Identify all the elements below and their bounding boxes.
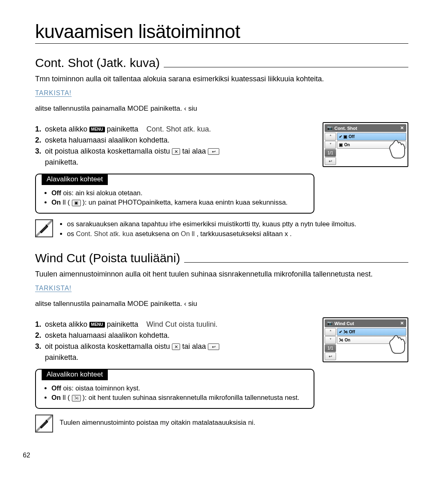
- step-1-b: painiketta: [107, 320, 138, 328]
- up-button[interactable]: ˄: [325, 328, 336, 336]
- ui-preview-wind-cut: 📷 Wind Cut ✕ ˄ ˅ 1/1 ↩ ✔ 🌬 Off 🌬 On: [323, 317, 408, 362]
- precheck-line: alitse tallennustila painamalla MODE pai…: [35, 299, 408, 309]
- section-rule: [164, 67, 408, 67]
- submenu-title: Alavalikon kohteet: [42, 174, 108, 185]
- section-wind-cut-intro: Tuulen aimennustoiminnon aulla oit hent …: [35, 269, 408, 279]
- ui-preview-cont-shot: 📷 Cont. Shot ✕ ˄ ˅ 1/1 ↩ ✔ ▣ Off ▣ On: [323, 122, 408, 167]
- check-label: TARKISTA!: [35, 285, 408, 292]
- step-1-a: osketa alikko: [45, 320, 89, 328]
- submenu-box: Alavalikon kohteet Off ois: ain ksi alok…: [35, 174, 314, 214]
- step-2: osketa haluamaasi alaalikon kohdetta.: [35, 330, 314, 341]
- step-3-c: painiketta.: [45, 353, 78, 361]
- camera-icon: 📷: [327, 125, 333, 131]
- mode-word: MODE: [127, 300, 149, 308]
- screen-title: Cont. Shot: [334, 126, 357, 131]
- hand-cursor-icon: [385, 136, 410, 161]
- off-text: ois: oistaa toiminnon kyst.: [61, 384, 140, 392]
- off-label: Off: [51, 189, 61, 196]
- close-icon: ✕: [400, 125, 404, 131]
- close-icon: ✕: [172, 343, 180, 350]
- page-indicator: 1/1: [325, 344, 336, 352]
- step-3: oit poistua alikosta koskettamalla oistu…: [35, 146, 314, 168]
- steps-list: osketa alikko MENU painiketta Cont. Shot…: [35, 124, 314, 168]
- down-button[interactable]: ˅: [325, 336, 336, 344]
- note-2-a: os: [67, 230, 76, 237]
- note-block: Tuulen aimennustoiminto poistaa my oitak…: [35, 415, 408, 433]
- section-cont-shot-intro: Tmn toiminnon aulla oit tallentaa alokui…: [35, 74, 408, 84]
- step-1: osketa alikko MENU painiketta Cont. Shot…: [35, 124, 314, 135]
- close-icon: ✕: [172, 148, 180, 155]
- off-label: Off: [51, 384, 61, 392]
- on-text-a: ll (: [61, 198, 72, 206]
- step-1-c: Wind Cut oista tuulini.: [147, 320, 218, 328]
- page-indicator: 1/1: [325, 149, 336, 157]
- step-3-a: oit poistua alikosta koskettamalla oistu: [45, 147, 172, 155]
- step-1-a: osketa alikko: [45, 125, 89, 133]
- off-option-label: Off: [349, 134, 354, 139]
- down-button[interactable]: ˅: [325, 141, 336, 149]
- camera-icon: 📷: [327, 321, 333, 326]
- steps-list: osketa alikko MENU painiketta Wind Cut o…: [35, 319, 314, 363]
- submenu-item-on: On ll ( ▣ ): un painat PHOTOpainiketta, …: [51, 198, 306, 207]
- step-2: osketa haluamaasi alaalikon kohdetta.: [35, 135, 314, 146]
- submenu-item-off: Off ois: ain ksi alokua otetaan.: [51, 188, 306, 198]
- burst-icon: ▣: [72, 200, 81, 206]
- precheck-after: painiketta. ‹ siu: [150, 105, 197, 112]
- wind-icon: 🌬: [72, 395, 81, 401]
- close-icon: ✕: [400, 321, 404, 326]
- submenu-title: Alavalikon kohteet: [42, 369, 108, 380]
- on-text-c: painiketta, kamera kuaa enintn kuaa seku…: [142, 198, 288, 206]
- return-button[interactable]: ↩: [325, 352, 336, 360]
- section-rule: [184, 262, 408, 263]
- step-1-b: painiketta: [107, 125, 138, 133]
- on-text-a: ll (: [61, 394, 72, 401]
- return-button[interactable]: ↩: [325, 157, 336, 165]
- note-2-mid: asetuksena on: [135, 230, 181, 237]
- precheck-line: alitse tallennustila painamalla MODE pai…: [35, 104, 408, 114]
- page-number: 62: [23, 452, 30, 459]
- note-2-end: , tarkkuusasetukseksi alitaan x .: [196, 230, 292, 237]
- step-3-c: painiketta.: [45, 158, 78, 166]
- mode-word: MODE: [127, 105, 149, 112]
- step-3: oit poistua alikosta koskettamalla oistu…: [35, 341, 314, 363]
- step-3-a: oit poistua alikosta koskettamalla oistu: [45, 342, 172, 350]
- note-item-2: os Cont. Shot atk. kua asetuksena on On …: [67, 229, 356, 239]
- check-label: TARKISTA!: [35, 89, 408, 97]
- photo-word: PHOTO: [118, 198, 142, 206]
- screen-title: Wind Cut: [334, 321, 354, 326]
- note-icon: [35, 219, 53, 237]
- title-rule: [35, 43, 408, 44]
- on-label: On: [51, 394, 61, 401]
- off-option-label: Off: [349, 330, 355, 334]
- return-icon: ↩: [208, 148, 219, 155]
- menu-icon: MENU: [89, 322, 105, 328]
- on-text-b: ): oit hent tuulen suhinaa sisnrakennetu…: [81, 394, 300, 401]
- on-option-label: On: [344, 143, 350, 147]
- submenu-item-on: On ll ( 🌬 ): oit hent tuulen suhinaa sis…: [51, 393, 306, 402]
- on-text-b: ): un painat: [81, 198, 118, 206]
- hand-cursor-icon: [385, 331, 410, 356]
- step-3-b: tai alaa: [182, 342, 208, 350]
- note-single: Tuulen aimennustoiminto poistaa my oitak…: [60, 415, 255, 428]
- off-text: ois: ain ksi alokua otetaan.: [61, 189, 143, 196]
- page-title: kuvaamisen lisätoiminnot: [35, 20, 408, 43]
- note-2-light: Cont. Shot atk. kua: [76, 230, 135, 237]
- on-option-label: On: [345, 338, 350, 342]
- section-wind-cut-title: Wind Cut (Poista tuuliääni): [35, 251, 184, 265]
- on-label: On: [51, 198, 61, 206]
- note-item-1: os sarakuauksen aikana tapahtuu irhe esi…: [67, 219, 356, 229]
- submenu-box: Alavalikon kohteet Off ois: oistaa toimi…: [35, 369, 314, 409]
- note-2-light2: On ll: [181, 230, 195, 237]
- precheck-after: painiketta. ‹ siu: [150, 300, 197, 308]
- submenu-item-off: Off ois: oistaa toiminnon kyst.: [51, 384, 306, 393]
- step-1: osketa alikko MENU painiketta Wind Cut o…: [35, 319, 314, 330]
- precheck-text: alitse tallennustila painamalla: [35, 300, 127, 308]
- up-button[interactable]: ˄: [325, 133, 336, 140]
- step-1-c: Cont. Shot atk. kua.: [147, 125, 211, 133]
- return-icon: ↩: [208, 343, 219, 350]
- note-icon: [35, 415, 53, 433]
- note-block: os sarakuauksen aikana tapahtuu irhe esi…: [35, 219, 408, 239]
- menu-icon: MENU: [89, 127, 105, 132]
- step-3-b: tai alaa: [182, 147, 208, 155]
- section-cont-shot-title: Cont. Shot (Jatk. kuva): [35, 56, 164, 70]
